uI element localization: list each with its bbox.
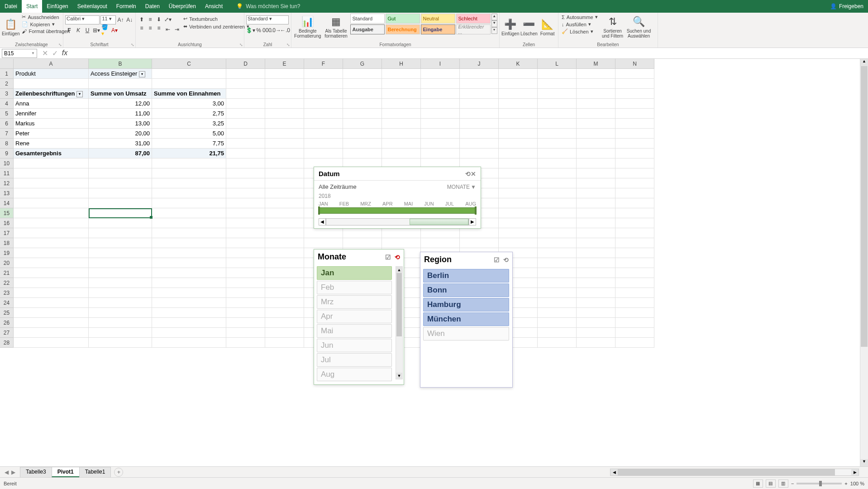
scroll-up-button[interactable]: ▲ (396, 267, 402, 273)
cell-N6[interactable] (615, 119, 654, 129)
cell-B10[interactable] (89, 158, 152, 168)
cell-A26[interactable] (14, 318, 89, 328)
row-header-26[interactable]: 26 (0, 318, 14, 328)
cell-B21[interactable] (89, 268, 152, 278)
cell-D28[interactable] (226, 338, 265, 348)
align-center-button[interactable]: ≡ (146, 24, 154, 32)
cell-J3[interactable] (460, 89, 499, 99)
cell-G6[interactable] (343, 119, 382, 129)
cell-I5[interactable] (421, 109, 460, 119)
align-top-button[interactable]: ⬆ (138, 15, 146, 24)
cell-B17[interactable] (89, 228, 152, 238)
cell-E16[interactable] (265, 218, 304, 228)
cell-M27[interactable] (577, 328, 615, 338)
cell-C22[interactable] (152, 278, 226, 288)
column-header-E[interactable]: E (265, 59, 304, 69)
tab-datei[interactable]: Datei (0, 0, 22, 13)
cell-L25[interactable] (538, 308, 577, 318)
slicer-monate-item-feb[interactable]: Feb (317, 281, 392, 294)
cell-J4[interactable] (460, 99, 499, 109)
cell-D8[interactable] (226, 139, 265, 149)
cell-H9[interactable] (382, 149, 421, 158)
cell-G4[interactable] (343, 99, 382, 109)
cell-E20[interactable] (265, 258, 304, 268)
cell-B11[interactable] (89, 168, 152, 178)
cell-B3[interactable]: Summe von Umsatz (89, 89, 152, 99)
orientation-button[interactable]: ⤢▾ (164, 15, 172, 24)
fill-button[interactable]: ↓Ausfüllen ▾ (560, 21, 599, 28)
cell-M13[interactable] (577, 188, 615, 198)
cell-D20[interactable] (226, 258, 265, 268)
cell-N21[interactable] (615, 268, 654, 278)
cell-A19[interactable] (14, 248, 89, 258)
clear-filter-icon[interactable]: ⟲ (395, 254, 400, 261)
paste-button[interactable]: 📋 Einfügen (2, 14, 19, 41)
cell-G7[interactable] (343, 129, 382, 139)
cell-A5[interactable]: Jennifer (14, 109, 89, 119)
cell-K10[interactable] (499, 158, 538, 168)
cell-L2[interactable] (538, 79, 577, 89)
cell-G5[interactable] (343, 109, 382, 119)
cell-E6[interactable] (265, 119, 304, 129)
cell-G1[interactable] (343, 69, 382, 79)
cell-I3[interactable] (421, 89, 460, 99)
cell-L18[interactable] (538, 238, 577, 248)
cell-B22[interactable] (89, 278, 152, 288)
cell-L12[interactable] (538, 178, 577, 188)
page-break-view-button[interactable]: ▥ (778, 479, 788, 488)
cell-N17[interactable] (615, 228, 654, 238)
cell-B14[interactable] (89, 198, 152, 208)
cell-M7[interactable] (577, 129, 615, 139)
tab-daten[interactable]: Daten (141, 0, 164, 13)
cell-C18[interactable] (152, 238, 226, 248)
slicer-monate-item-jun[interactable]: Jun (317, 339, 392, 352)
format-cells-button[interactable]: 📐Format (539, 14, 556, 41)
cell-M14[interactable] (577, 198, 615, 208)
cell-E17[interactable] (265, 228, 304, 238)
style-berechnung[interactable]: Berechnung (386, 24, 420, 34)
align-bottom-button[interactable]: ⬇ (155, 15, 163, 24)
clipboard-dialog-launcher[interactable]: ⤡ (58, 43, 62, 47)
worksheet-grid[interactable]: ABCDEFGHIJKLMN 1234567891011121314151617… (0, 59, 868, 403)
cell-C23[interactable] (152, 288, 226, 298)
row-header-15[interactable]: 15 (0, 208, 14, 218)
cell-A10[interactable] (14, 158, 89, 168)
cell-A11[interactable] (14, 168, 89, 178)
cell-B28[interactable] (89, 338, 152, 348)
cell-E13[interactable] (265, 188, 304, 198)
cell-H3[interactable] (382, 89, 421, 99)
cell-H18[interactable] (382, 238, 421, 248)
cell-M18[interactable] (577, 238, 615, 248)
cell-A13[interactable] (14, 188, 89, 198)
align-middle-button[interactable]: ≡ (146, 15, 154, 24)
cell-H7[interactable] (382, 129, 421, 139)
cell-J9[interactable] (460, 149, 499, 158)
wrap-text-button[interactable]: ↩Textumbruch (182, 15, 251, 22)
cell-E4[interactable] (265, 99, 304, 109)
row-header-23[interactable]: 23 (0, 288, 14, 298)
cell-N7[interactable] (615, 129, 654, 139)
cell-G2[interactable] (343, 79, 382, 89)
timeline-scroll-left[interactable]: ◀ (319, 218, 326, 225)
cell-B8[interactable]: 31,00 (89, 139, 152, 149)
cell-N12[interactable] (615, 178, 654, 188)
row-header-1[interactable]: 1 (0, 69, 14, 79)
normal-view-button[interactable]: ▦ (753, 479, 763, 488)
cell-L17[interactable] (538, 228, 577, 238)
cell-A28[interactable] (14, 338, 89, 348)
cell-E3[interactable] (265, 89, 304, 99)
row-header-6[interactable]: 6 (0, 119, 14, 129)
cell-M21[interactable] (577, 268, 615, 278)
cell-C2[interactable] (152, 79, 226, 89)
cell-D18[interactable] (226, 238, 265, 248)
timeline-month-apr[interactable]: APR (382, 201, 393, 206)
slicer-region-item-münchen[interactable]: München (423, 312, 509, 326)
cell-N10[interactable] (615, 158, 654, 168)
cell-B7[interactable]: 20,00 (89, 129, 152, 139)
cell-K4[interactable] (499, 99, 538, 109)
cell-B23[interactable] (89, 288, 152, 298)
cell-F3[interactable] (304, 89, 343, 99)
italic-button[interactable]: K (74, 26, 82, 34)
cell-I7[interactable] (421, 129, 460, 139)
cell-B9[interactable]: 87,00 (89, 149, 152, 158)
